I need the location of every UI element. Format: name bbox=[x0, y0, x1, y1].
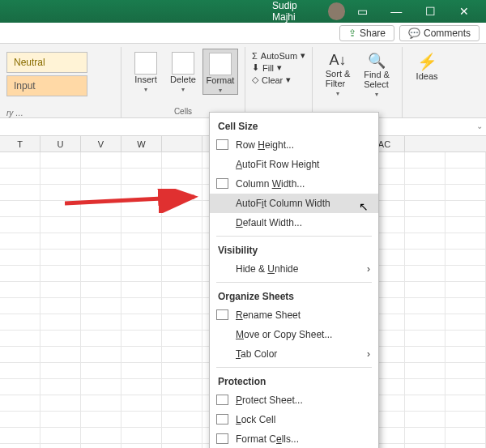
cell[interactable] bbox=[405, 395, 446, 411]
cell[interactable] bbox=[446, 152, 486, 168]
cell[interactable] bbox=[122, 395, 162, 411]
cell[interactable] bbox=[162, 266, 202, 281]
cell[interactable] bbox=[0, 412, 40, 427]
cell[interactable] bbox=[446, 428, 486, 443]
cell[interactable] bbox=[0, 185, 40, 200]
style-input[interactable]: Input bbox=[6, 75, 87, 96]
col-header[interactable]: W bbox=[122, 136, 162, 151]
cell[interactable] bbox=[162, 395, 202, 411]
cell[interactable] bbox=[162, 282, 202, 297]
cell[interactable] bbox=[162, 331, 202, 346]
cell[interactable] bbox=[40, 233, 81, 249]
cell[interactable] bbox=[122, 444, 162, 448]
cell[interactable] bbox=[81, 444, 122, 448]
insert-button[interactable]: Insert ▾ bbox=[128, 49, 164, 95]
cell[interactable] bbox=[0, 428, 40, 443]
clear-button[interactable]: ◇Clear ▾ bbox=[252, 75, 305, 85]
cell[interactable] bbox=[0, 298, 40, 314]
cell[interactable] bbox=[40, 444, 81, 448]
cell[interactable] bbox=[446, 331, 486, 346]
cell[interactable] bbox=[446, 444, 486, 448]
cell[interactable] bbox=[0, 250, 40, 265]
cell[interactable] bbox=[122, 331, 162, 346]
cell[interactable] bbox=[40, 331, 81, 346]
cell[interactable] bbox=[0, 363, 40, 378]
cell[interactable] bbox=[446, 250, 486, 265]
cell[interactable] bbox=[81, 412, 122, 427]
cell[interactable] bbox=[446, 282, 486, 297]
cell[interactable] bbox=[122, 217, 162, 233]
lock-cell-item[interactable]: Lock Cell bbox=[210, 410, 378, 429]
cell[interactable] bbox=[405, 250, 446, 265]
cell[interactable] bbox=[81, 250, 122, 265]
cell[interactable] bbox=[81, 379, 122, 395]
cell[interactable] bbox=[40, 250, 81, 265]
cell[interactable] bbox=[122, 282, 162, 297]
cell[interactable] bbox=[405, 169, 446, 184]
cell[interactable] bbox=[81, 282, 122, 297]
cell[interactable] bbox=[162, 233, 202, 249]
cell[interactable] bbox=[162, 314, 202, 330]
format-cells-item[interactable]: Format Cells... bbox=[210, 429, 378, 448]
expand-icon[interactable]: ⌄ bbox=[476, 122, 483, 130]
cell[interactable] bbox=[122, 152, 162, 168]
delete-button[interactable]: Delete ▾ bbox=[165, 49, 201, 95]
cell[interactable] bbox=[40, 298, 81, 314]
cell[interactable] bbox=[405, 347, 446, 362]
cell[interactable] bbox=[40, 428, 81, 443]
cell[interactable] bbox=[446, 363, 486, 378]
cell[interactable] bbox=[405, 428, 446, 443]
cell[interactable] bbox=[162, 444, 202, 448]
cell[interactable] bbox=[446, 201, 486, 216]
column-width-item[interactable]: Column Width... bbox=[210, 174, 378, 194]
cell[interactable] bbox=[81, 395, 122, 411]
cell[interactable] bbox=[0, 331, 40, 346]
cell[interactable] bbox=[81, 169, 122, 184]
cell[interactable] bbox=[405, 331, 446, 346]
cell[interactable] bbox=[40, 347, 81, 362]
cell[interactable] bbox=[446, 347, 486, 362]
cell[interactable] bbox=[162, 412, 202, 427]
cell[interactable] bbox=[40, 266, 81, 281]
row-height-item[interactable]: Row Height... bbox=[210, 135, 378, 155]
cell[interactable] bbox=[0, 152, 40, 168]
cell[interactable] bbox=[446, 379, 486, 395]
cell[interactable] bbox=[122, 314, 162, 330]
cell[interactable] bbox=[0, 282, 40, 297]
cell[interactable] bbox=[0, 266, 40, 281]
styles-more[interactable]: ry … bbox=[6, 109, 114, 117]
cell[interactable] bbox=[81, 314, 122, 330]
rename-sheet-item[interactable]: Rename Sheet bbox=[210, 305, 378, 325]
cell[interactable] bbox=[162, 169, 202, 184]
cell[interactable] bbox=[405, 217, 446, 233]
cell[interactable] bbox=[40, 169, 81, 184]
ribbon-options-icon[interactable]: ▭ bbox=[345, 0, 379, 23]
format-button[interactable]: Format ▾ bbox=[202, 49, 238, 95]
cell[interactable] bbox=[0, 314, 40, 330]
cell[interactable] bbox=[40, 412, 81, 427]
cell[interactable] bbox=[0, 217, 40, 233]
cell[interactable] bbox=[0, 201, 40, 216]
col-header[interactable]: U bbox=[40, 136, 81, 151]
tab-color-item[interactable]: Tab Color› bbox=[210, 344, 378, 364]
cell[interactable] bbox=[122, 412, 162, 427]
protect-sheet-item[interactable]: Protect Sheet... bbox=[210, 390, 378, 410]
cell[interactable] bbox=[81, 233, 122, 249]
cell[interactable] bbox=[162, 428, 202, 443]
col-header[interactable] bbox=[162, 136, 202, 151]
style-neutral[interactable]: Neutral bbox=[6, 52, 87, 73]
cell[interactable] bbox=[81, 217, 122, 233]
minimize-icon[interactable]: — bbox=[379, 0, 413, 23]
cell[interactable] bbox=[122, 428, 162, 443]
cell[interactable] bbox=[405, 444, 446, 448]
cell[interactable] bbox=[81, 152, 122, 168]
cell[interactable] bbox=[0, 395, 40, 411]
cell[interactable] bbox=[446, 169, 486, 184]
col-header[interactable]: T bbox=[0, 136, 40, 151]
cell[interactable] bbox=[0, 379, 40, 395]
fill-button[interactable]: ⬇Fill ▾ bbox=[252, 62, 305, 73]
cell[interactable] bbox=[405, 314, 446, 330]
cell[interactable] bbox=[405, 412, 446, 427]
autosum-button[interactable]: ΣAutoSum ▾ bbox=[252, 50, 305, 61]
autofit-row-item[interactable]: AutoFit Row Height bbox=[210, 155, 378, 174]
